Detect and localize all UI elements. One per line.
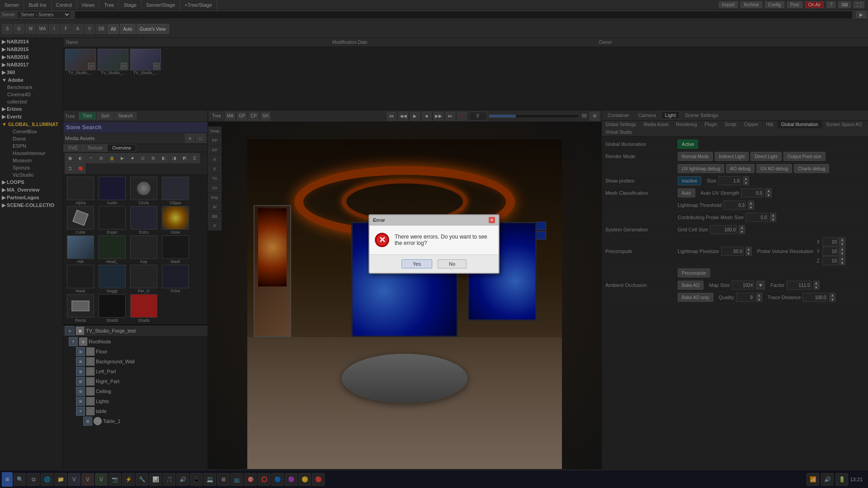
error-dialog: Error ✕ ✕ There were errors. Do you want… [368,214,500,274]
error-icon: ✕ [375,233,389,247]
dialog-titlebar: Error ✕ [369,215,499,225]
dialog-title: Error [373,217,385,223]
dialog-buttons: Yes No [369,254,499,273]
dialog-message: There were errors. Do you want to see th… [395,234,493,246]
dialog-overlay[interactable]: Error ✕ ✕ There were errors. Do you want… [0,0,868,488]
dialog-no-btn[interactable]: No [438,259,467,268]
dialog-content: ✕ There were errors. Do you want to see … [369,225,499,254]
dialog-close-btn[interactable]: ✕ [489,217,495,223]
dialog-yes-btn[interactable]: Yes [401,259,432,268]
svg-text:✕: ✕ [379,235,386,244]
